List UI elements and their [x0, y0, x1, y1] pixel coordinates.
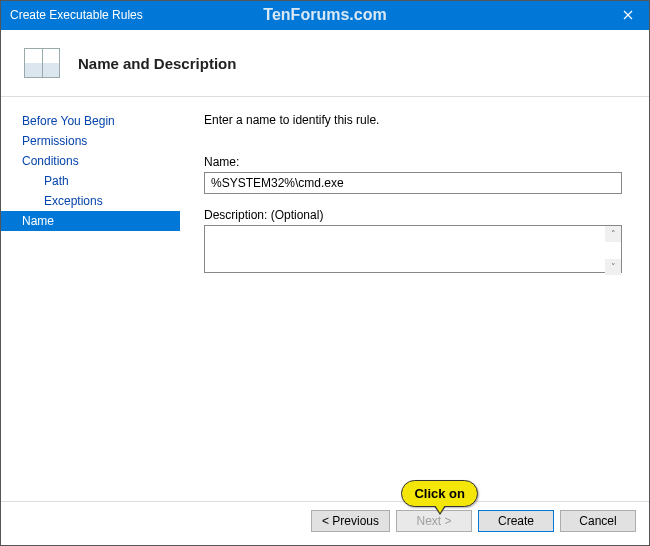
wizard-steps-sidebar: Before You Begin Permissions Conditions … [0, 97, 180, 501]
sidebar-item-conditions[interactable]: Conditions [0, 151, 180, 171]
titlebar: Create Executable Rules TenForums.com [0, 0, 650, 30]
header-icon [24, 48, 60, 78]
sidebar-item-name[interactable]: Name [0, 211, 180, 231]
close-icon [623, 10, 633, 20]
page-title: Name and Description [78, 55, 236, 72]
cancel-button[interactable]: Cancel [560, 510, 636, 532]
annotation-tail-icon [434, 506, 446, 515]
create-button[interactable]: Create [478, 510, 554, 532]
name-input[interactable] [204, 172, 622, 194]
scroll-up-icon[interactable]: ˄ [605, 226, 621, 242]
content-pane: Enter a name to identify this rule. Name… [180, 97, 650, 501]
sidebar-item-permissions[interactable]: Permissions [0, 131, 180, 151]
name-label: Name: [204, 155, 622, 169]
button-bar: Click on < Previous Next > Create Cancel [0, 501, 650, 539]
annotation-text: Click on [401, 480, 478, 507]
instruction-text: Enter a name to identify this rule. [204, 113, 622, 127]
annotation-callout: Click on [401, 480, 478, 507]
sidebar-item-before-you-begin[interactable]: Before You Begin [0, 111, 180, 131]
close-button[interactable] [605, 0, 650, 30]
window-title: Create Executable Rules [10, 8, 143, 22]
watermark: TenForums.com [263, 6, 386, 24]
previous-button[interactable]: < Previous [311, 510, 390, 532]
description-input[interactable] [204, 225, 622, 273]
sidebar-item-exceptions[interactable]: Exceptions [0, 191, 180, 211]
sidebar-item-path[interactable]: Path [0, 171, 180, 191]
description-label: Description: (Optional) [204, 208, 622, 222]
scroll-down-icon[interactable]: ˅ [605, 259, 621, 275]
wizard-header: Name and Description [0, 30, 650, 97]
